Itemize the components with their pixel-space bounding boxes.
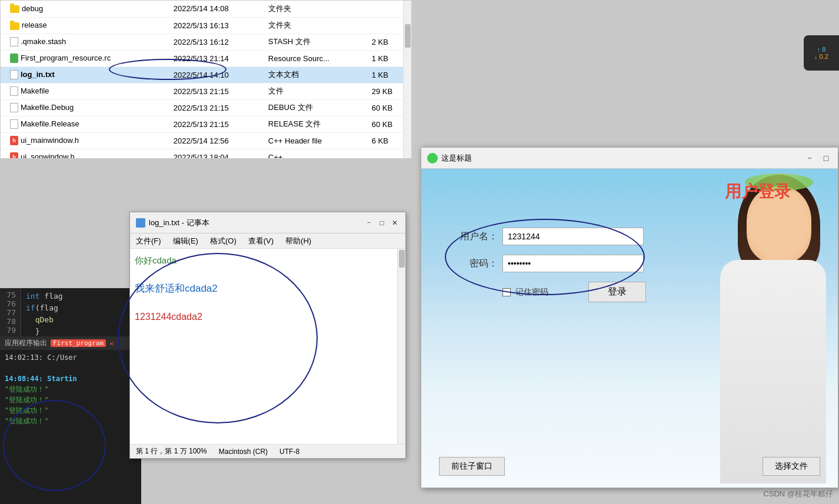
login-minimize-button[interactable]: － (804, 152, 815, 164)
line-num: 75 (5, 291, 16, 299)
girl-illustration (673, 169, 838, 488)
notepad-line-1: 你好cdada (135, 253, 401, 268)
table-row[interactable]: release 2022/5/13 16:13 文件夹 (1, 17, 411, 34)
login-form-title: 用户登录 (725, 181, 791, 203)
table-row[interactable]: .qmake.stash 2022/5/13 16:12 STASH 文件 2 … (1, 34, 411, 50)
line-ending: Macintosh (CR) (219, 448, 268, 456)
scroll-thumb[interactable] (405, 24, 411, 48)
table-row[interactable]: Makefile.Release 2022/5/13 21:15 RELEASE… (1, 116, 411, 132)
remember-row: 记住密码 登录 (502, 282, 668, 302)
login-button[interactable]: 登录 (588, 282, 646, 302)
code-line: qDeb (26, 314, 131, 326)
remember-checkbox[interactable] (502, 288, 511, 296)
notepad-statusbar: 第 1 行，第 1 万 100% Macintosh (CR) UTF-8 (130, 444, 405, 458)
code-line: int flag (26, 291, 131, 302)
notepad-line-empty (135, 296, 401, 310)
notepad-title-text: log_in.txt - 记事本 (149, 218, 209, 228)
line-num: 76 (5, 299, 16, 308)
code-line: } (26, 326, 131, 338)
table-row[interactable]: hui_sonwindow.h 2022/5/13 18:04 C++... (1, 149, 411, 159)
file-name: ui_sonwindow.h (21, 152, 75, 159)
notepad-titlebar: log_in.txt - 记事本 － □ ✕ (130, 212, 405, 233)
file-type: RELEASE 文件 (264, 116, 367, 132)
output-body: 14:02:13: C:/User 14:08:44: Startin "登陆成… (0, 350, 141, 429)
file-name-selected: log_in.txt (21, 70, 55, 79)
file-table: debug 2022/5/14 14:08 文件夹 release 2022/5… (1, 1, 411, 159)
file-type: 文件夹 (264, 1, 367, 17)
encoding: UTF-8 (279, 448, 299, 456)
minimize-button[interactable]: － (364, 218, 374, 228)
output-line: "登陆成功！" (5, 384, 136, 395)
output-line: "登陆成功！" (5, 416, 136, 426)
login-window-title: 这是标题 (441, 153, 472, 163)
menu-view[interactable]: 查看(V) (247, 236, 275, 246)
file-name: Makefile (21, 86, 49, 95)
program-tag[interactable]: First_program (51, 339, 106, 347)
menu-format[interactable]: 格式(O) (209, 236, 238, 246)
username-input[interactable] (502, 228, 644, 245)
notepad-line-2: 我来舒适和cdada2 (135, 282, 401, 296)
download-speed: ↓ 0.2 (814, 53, 828, 60)
file-type: C++... (264, 149, 367, 159)
code-line: if(flag (26, 302, 131, 314)
password-label: 密码： (457, 258, 498, 270)
password-input[interactable] (502, 255, 644, 272)
notepad-window: log_in.txt - 记事本 － □ ✕ 文件(F) 编辑(E) 格式(O)… (129, 212, 406, 459)
notepad-menu: 文件(F) 编辑(E) 格式(O) 查看(V) 帮助(H) (130, 233, 405, 249)
file-type: DEBUG 文件 (264, 99, 367, 116)
table-row[interactable]: hui_mainwindow.h 2022/5/14 12:56 C++ Hea… (1, 132, 411, 149)
close-button[interactable]: ✕ (390, 218, 399, 228)
table-row[interactable]: Makefile.Debug 2022/5/13 21:15 DEBUG 文件 … (1, 99, 411, 116)
password-row: 密码： (457, 255, 668, 272)
menu-edit[interactable]: 编辑(E) (172, 236, 199, 246)
goto-child-button[interactable]: 前往子窗口 (439, 457, 505, 476)
output-line (5, 363, 136, 373)
login-titlebar: 这是标题 － □ (421, 148, 838, 169)
line-num: 78 (5, 317, 16, 326)
file-type: STASH 文件 (264, 34, 367, 50)
login-maximize-button[interactable]: □ (820, 152, 832, 164)
line-num: 79 (5, 326, 16, 335)
notepad-icon (136, 218, 145, 228)
maximize-button[interactable]: □ (377, 218, 387, 228)
menu-file[interactable]: 文件(F) (135, 236, 162, 246)
output-line: "登陆成功！" (5, 405, 136, 416)
file-date: 2022/5/13 16:13 (169, 17, 264, 34)
table-row[interactable]: Makefile 2022/5/13 21:15 文件 29 KB (1, 83, 411, 99)
menu-help[interactable]: 帮助(H) (284, 236, 312, 246)
login-body: 用户登录 用户名： 密码： 记住密码 登录 前往子窗口 选择文件 (421, 169, 838, 488)
notepad-line-3: 1231244cdada2 (135, 310, 401, 324)
close-program-icon[interactable]: ✕ (109, 339, 114, 348)
remember-label: 记住密码 (515, 287, 548, 298)
cursor-position: 第 1 行，第 1 万 100% (136, 446, 207, 456)
login-title-left: 这是标题 (427, 153, 472, 163)
file-explorer: debug 2022/5/14 14:08 文件夹 release 2022/5… (0, 0, 412, 159)
login-window-buttons: － □ (804, 152, 832, 164)
file-date: 2022/5/13 18:04 (169, 149, 264, 159)
file-type: 文本文档 (264, 66, 367, 83)
file-date: 2022/5/13 21:15 (169, 99, 264, 116)
notepad-scrollbar[interactable] (397, 249, 405, 444)
table-row-selected[interactable]: log_in.txt 2022/5/14 14:10 文本文档 1 KB (1, 66, 411, 83)
notepad-content[interactable]: 你好cdada 我来舒适和cdada2 1231244cdada2 (130, 249, 405, 444)
file-name: First_program_resource.rc (21, 54, 111, 62)
upload-speed: ↑ 8 (817, 46, 826, 53)
file-type: C++ Header file (264, 132, 367, 149)
file-date: 2022/5/14 14:08 (169, 1, 264, 17)
file-date: 2022/5/14 14:10 (169, 66, 264, 83)
output-header: 应用程序输出 First_program ✕ (0, 336, 141, 350)
select-file-button[interactable]: 选择文件 (763, 457, 820, 476)
table-row[interactable]: debug 2022/5/14 14:08 文件夹 (1, 1, 411, 17)
file-type: 文件夹 (264, 17, 367, 34)
file-name: .qmake.stash (21, 37, 66, 46)
file-date: 2022/5/13 21:15 (169, 83, 264, 99)
output-line: "登陆成功！" (5, 395, 136, 405)
line-num: 77 (5, 308, 16, 317)
app-output-panel: 应用程序输出 First_program ✕ 14:02:13: C:/User… (0, 336, 141, 504)
scroll-thumb[interactable] (399, 250, 405, 268)
notepad-title: log_in.txt - 记事本 (136, 218, 209, 228)
output-line: 14:02:13: C:/User (5, 352, 136, 363)
table-row[interactable]: First_program_resource.rc 2022/5/13 21:1… (1, 50, 411, 66)
file-scrollbar[interactable] (403, 1, 411, 159)
file-name: debug (22, 4, 43, 13)
